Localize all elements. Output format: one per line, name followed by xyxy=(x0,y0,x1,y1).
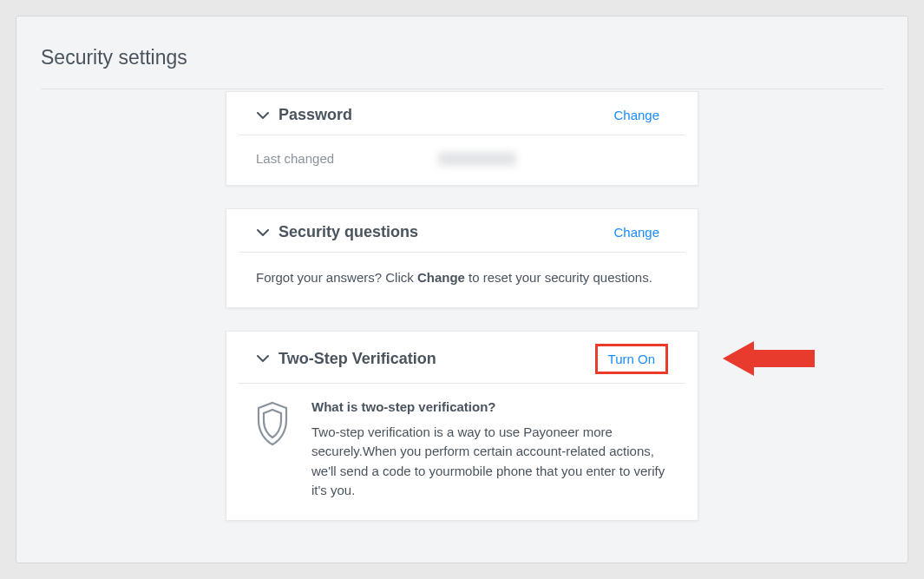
shield-icon xyxy=(252,399,292,448)
svg-marker-0 xyxy=(723,341,815,376)
twostep-title: Two-Step Verification xyxy=(279,350,436,368)
security-questions-title: Security questions xyxy=(279,223,418,241)
security-questions-card: Security questions Change Forgot your an… xyxy=(226,208,698,308)
change-security-questions-button[interactable]: Change xyxy=(605,221,668,243)
page-title: Security settings xyxy=(41,34,883,89)
chevron-down-icon xyxy=(256,352,270,365)
twostep-header[interactable]: Two-Step Verification Turn On xyxy=(239,332,685,384)
turn-on-twostep-button[interactable]: Turn On xyxy=(595,344,668,374)
cards-container: Password Change Last changed xyxy=(41,89,883,521)
forgot-answers-text: Forgot your answers? Click Change to res… xyxy=(256,268,668,288)
last-changed-label: Last changed xyxy=(256,151,334,166)
twostep-description: Two-step verification is a way to use Pa… xyxy=(311,423,672,501)
last-changed-value xyxy=(438,152,516,166)
password-card: Password Change Last changed xyxy=(226,91,698,186)
twostep-body: What is two-step verification? Two-step … xyxy=(226,384,698,520)
security-questions-header[interactable]: Security questions Change xyxy=(239,209,685,253)
security-questions-body: Forgot your answers? Click Change to res… xyxy=(226,253,698,307)
settings-panel: Security settings Password Change xyxy=(16,16,908,563)
chevron-down-icon xyxy=(256,226,270,240)
arrow-annotation-icon xyxy=(723,338,818,379)
password-title: Password xyxy=(279,106,352,124)
twostep-heading: What is two-step verification? xyxy=(311,399,672,414)
password-card-body: Last changed xyxy=(226,135,698,185)
chevron-down-icon xyxy=(256,109,270,122)
change-password-button[interactable]: Change xyxy=(605,104,668,126)
twostep-card: Two-Step Verification Turn On What is tw… xyxy=(226,331,698,521)
password-card-header[interactable]: Password Change xyxy=(239,92,685,135)
